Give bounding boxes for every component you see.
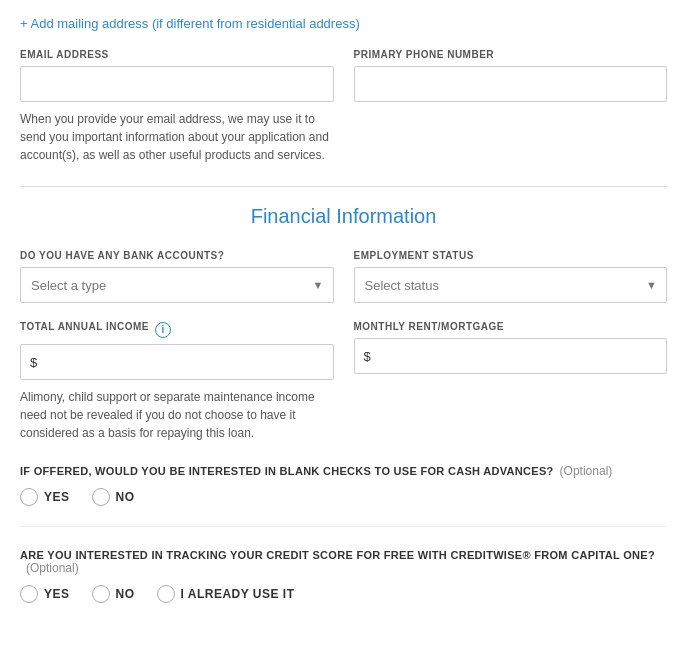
bank-accounts-label: DO YOU HAVE ANY BANK ACCOUNTS? [20,250,334,261]
blank-checks-radio-group: YES NO [20,488,667,506]
blank-checks-yes-option[interactable]: YES [20,488,70,506]
monthly-rent-input[interactable] [354,338,668,374]
creditwise-no-radio[interactable] [92,585,110,603]
email-label: EMAIL ADDRESS [20,49,334,60]
email-input[interactable] [20,66,334,102]
creditwise-already-option[interactable]: I ALREADY USE IT [157,585,295,603]
creditwise-already-label: I ALREADY USE IT [181,587,295,601]
bank-accounts-group: DO YOU HAVE ANY BANK ACCOUNTS? Select a … [20,250,334,303]
bank-accounts-select[interactable]: Select a type Yes - Checking Yes - Savin… [20,267,334,303]
income-input-wrapper: $ [20,344,334,380]
creditwise-radio-group: YES NO I ALREADY USE IT [20,585,667,603]
income-dollar-sign: $ [30,355,37,370]
email-note: When you provide your email address, we … [20,110,334,164]
employment-select-wrapper: Select status Employed Self-Employed Ret… [354,267,668,303]
bank-accounts-select-wrapper: Select a type Yes - Checking Yes - Savin… [20,267,334,303]
creditwise-yes-radio[interactable] [20,585,38,603]
email-field-group: EMAIL ADDRESS When you provide your emai… [20,49,334,164]
employment-group: EMPLOYMENT STATUS Select status Employed… [354,250,668,303]
creditwise-yes-option[interactable]: YES [20,585,70,603]
employment-select[interactable]: Select status Employed Self-Employed Ret… [354,267,668,303]
creditwise-yes-label: YES [44,587,70,601]
blank-checks-no-label: NO [116,490,135,504]
creditwise-already-radio[interactable] [157,585,175,603]
income-info-icon[interactable]: i [155,322,171,338]
question-divider [20,526,667,527]
income-label: TOTAL ANNUAL INCOME [20,321,149,332]
rent-dollar-sign: $ [364,349,371,364]
phone-label: PRIMARY PHONE NUMBER [354,49,668,60]
blank-checks-no-option[interactable]: NO [92,488,135,506]
blank-checks-section: IF OFFERED, WOULD YOU BE INTERESTED IN B… [20,464,667,506]
blank-checks-yes-label: YES [44,490,70,504]
rent-input-wrapper: $ [354,338,668,374]
bank-employment-row: DO YOU HAVE ANY BANK ACCOUNTS? Select a … [20,250,667,303]
creditwise-section: ARE YOU INTERESTED IN TRACKING YOUR CRED… [20,549,667,603]
blank-checks-no-radio[interactable] [92,488,110,506]
rent-group: MONTHLY RENT/MORTGAGE $ [354,321,668,442]
income-group: TOTAL ANNUAL INCOME i $ Alimony, child s… [20,321,334,442]
blank-checks-label: IF OFFERED, WOULD YOU BE INTERESTED IN B… [20,464,667,478]
blank-checks-optional: (Optional) [560,464,613,478]
add-mailing-link[interactable]: + Add mailing address (if different from… [20,16,360,31]
financial-section-title: Financial Information [20,205,667,228]
creditwise-optional: (Optional) [26,561,79,575]
employment-label: EMPLOYMENT STATUS [354,250,668,261]
rent-label: MONTHLY RENT/MORTGAGE [354,321,668,332]
alimony-note: Alimony, child support or separate maint… [20,388,334,442]
financial-section: Financial Information DO YOU HAVE ANY BA… [20,205,667,603]
phone-input[interactable] [354,66,668,102]
income-label-row: TOTAL ANNUAL INCOME i [20,321,334,338]
phone-field-group: PRIMARY PHONE NUMBER [354,49,668,164]
contact-section: EMAIL ADDRESS When you provide your emai… [20,49,667,164]
section-divider [20,186,667,187]
creditwise-no-option[interactable]: NO [92,585,135,603]
annual-income-input[interactable] [20,344,334,380]
creditwise-no-label: NO [116,587,135,601]
blank-checks-yes-radio[interactable] [20,488,38,506]
income-rent-row: TOTAL ANNUAL INCOME i $ Alimony, child s… [20,321,667,442]
creditwise-label: ARE YOU INTERESTED IN TRACKING YOUR CRED… [20,549,667,575]
